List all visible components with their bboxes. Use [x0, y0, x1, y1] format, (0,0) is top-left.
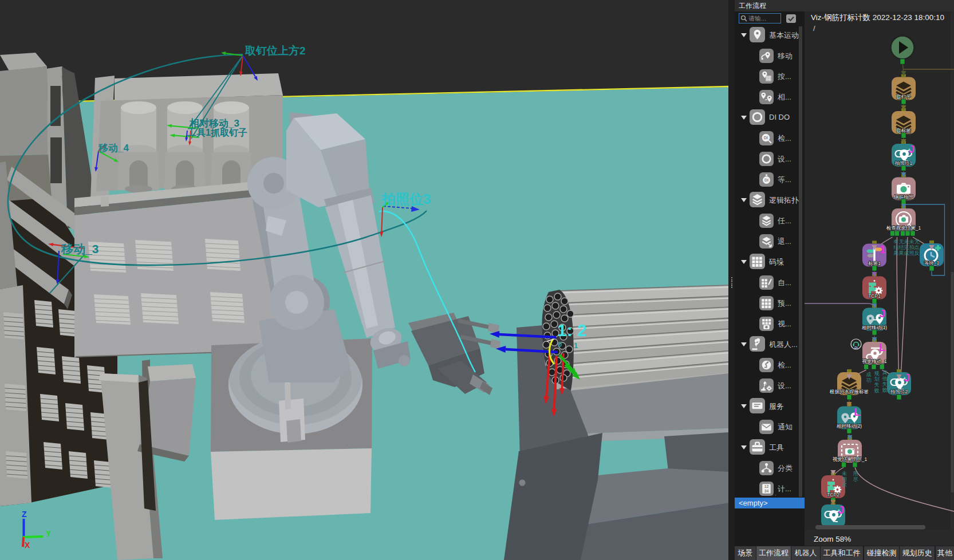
svg-text:有无未未无: 有无未未无	[893, 239, 920, 244]
svg-text:1: 1	[880, 243, 886, 255]
svg-text:根据分支焊接标签: 根据分支焊接标签	[829, 389, 869, 395]
svg-text:移动_4: 移动_4	[98, 143, 129, 153]
svg-text:TCP2: TCP2	[827, 492, 839, 498]
svg-text:等待_1: 等待_1	[924, 260, 940, 266]
svg-text:拍照位2: 拍照位2	[890, 389, 908, 395]
svg-text:相对移动(1): 相对移动(1)	[862, 325, 888, 330]
svg-text:L: L	[854, 406, 861, 418]
svg-text:DI: DI	[764, 178, 768, 182]
svg-text:0: 0	[558, 340, 562, 349]
svg-text:拍照位3: 拍照位3	[381, 191, 431, 207]
svg-text:Viz-钢筋打标计数 2022-12-23 18:00:10: Viz-钢筋打标计数 2022-12-23 18:00:10	[811, 13, 944, 22]
svg-text:工具1抓取钉子: 工具1抓取钉子	[187, 128, 247, 138]
svg-text:1: 1	[574, 341, 578, 350]
svg-text:其他失败: 其他失败	[882, 370, 888, 393]
svg-text:TCP1: TCP1	[868, 293, 881, 299]
svg-text:取标签: 取标签	[896, 128, 911, 133]
svg-text:钢筋拍照: 钢筋拍照	[893, 194, 914, 200]
svg-text:果果成照反: 果果成照反	[894, 250, 920, 256]
svg-text:检查视觉结果_1: 检查视觉结果_1	[886, 225, 921, 231]
svg-text:Zoom 58%: Zoom 58%	[814, 535, 851, 543]
svg-text:J: J	[838, 504, 845, 516]
svg-text:DI: DI	[764, 135, 768, 140]
svg-text:视觉结果用尽_1: 视觉结果用尽_1	[833, 456, 868, 462]
svg-text:J: J	[904, 372, 910, 384]
svg-text:视觉移动_1: 视觉移动_1	[862, 358, 887, 364]
svg-text:/: /	[813, 24, 815, 33]
svg-text:移动_3: 移动_3	[61, 242, 98, 255]
svg-text:X: X	[25, 541, 30, 550]
svg-text:未用尽: 未用尽	[842, 471, 847, 488]
svg-text:Y: Y	[46, 529, 52, 538]
svg-text:J: J	[909, 143, 915, 155]
svg-text:Z: Z	[22, 510, 27, 519]
svg-text:结结完拍点: 结结完拍点	[894, 244, 920, 250]
svg-text:1: 2: 1: 2	[557, 321, 587, 340]
svg-text:标签1: 标签1	[868, 261, 881, 266]
svg-text:L: L	[879, 341, 886, 353]
svg-text:规划失败: 规划失败	[874, 370, 880, 393]
svg-text:取钉子: 取钉子	[896, 94, 911, 100]
svg-text:成功: 成功	[866, 372, 872, 383]
svg-text:用尽: 用尽	[853, 471, 858, 482]
svg-text:DI: DI	[854, 346, 858, 349]
svg-text:J: J	[880, 307, 886, 320]
svg-text:取钉位上方2: 取钉位上方2	[245, 45, 306, 57]
svg-text:相对移动(2): 相对移动(2)	[837, 423, 862, 429]
svg-text:12: 12	[764, 484, 769, 488]
svg-text:拍照位1: 拍照位1	[894, 160, 913, 166]
